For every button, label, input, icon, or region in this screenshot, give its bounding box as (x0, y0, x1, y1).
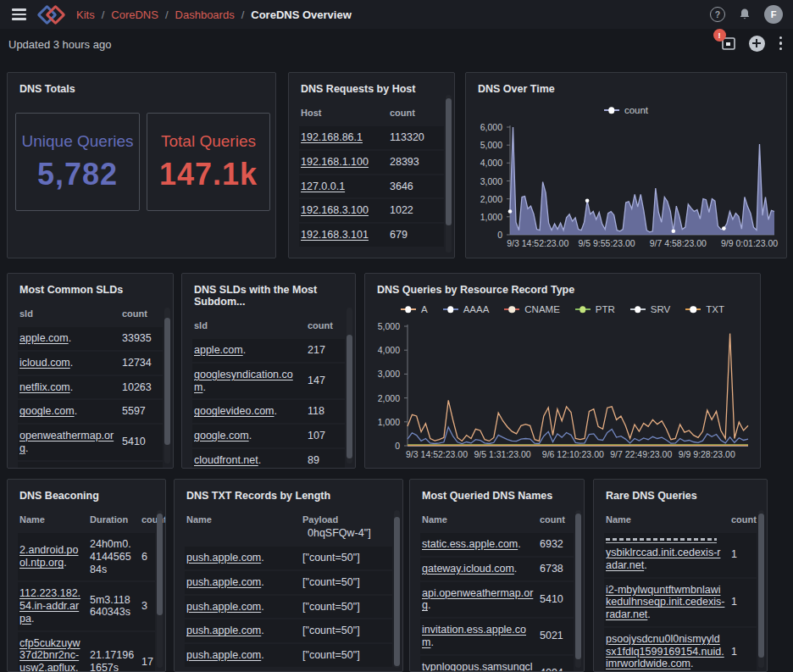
cell-link[interactable]: apple.com. (194, 344, 302, 357)
legend-item[interactable]: AAAA (443, 304, 490, 314)
scrollbar-thumb[interactable] (394, 517, 400, 666)
more-options-icon[interactable] (777, 36, 785, 51)
legend-item[interactable]: TXT (685, 304, 724, 314)
column-header: Duration (90, 514, 136, 525)
cell-link[interactable]: icloud.com. (19, 357, 116, 369)
dashboard-toolbar: ! (720, 35, 785, 52)
breadcrumb-coredns[interactable]: CoreDNS (111, 8, 158, 21)
cell-link[interactable]: 192.168.86.1 (301, 131, 384, 144)
cell-link[interactable]: google.com. (19, 405, 116, 418)
notifications-bell-icon[interactable] (738, 8, 751, 21)
table-row: tvpnlogopus.samsungcloud.tv.4094 (420, 656, 574, 672)
navbar-actions: ? F (710, 5, 783, 24)
cell-link[interactable]: googlesyndication.com. (194, 369, 302, 394)
y-axis-tick: 0 (374, 441, 400, 451)
scrollbar-thumb[interactable] (347, 335, 352, 458)
table-row: 2.android.pool.ntp.org.24h0m0.414456584s… (18, 533, 155, 580)
cell-link[interactable]: cloudfront.net. (194, 454, 302, 467)
legend-marker-icon (685, 306, 701, 314)
table-row: push.apple.com.["count=50"] (185, 619, 392, 642)
column-header: sld (19, 308, 116, 319)
y-axis-tick: 1,000 (474, 212, 502, 222)
metric-unique-queries: Unique Queries 5,782 (15, 113, 140, 211)
user-avatar[interactable]: F (764, 5, 783, 24)
table-row: i2-mbylwquntftwmbnlawikedulhnseqp.init.c… (604, 579, 757, 626)
cell-link[interactable]: api.openweathermap.org. (422, 587, 534, 613)
cell-link[interactable]: push.apple.com. (186, 576, 297, 589)
cell-link[interactable]: googlevideo.com. (194, 405, 302, 418)
requests-by-host-table: Hostcount192.168.86.1113320192.168.1.100… (289, 100, 454, 247)
cell-link[interactable]: push.apple.com. (186, 649, 297, 662)
breadcrumb-dashboards[interactable]: Dashboards (175, 8, 235, 21)
legend-item[interactable]: SRV (630, 304, 670, 314)
scrollbar-thumb[interactable] (758, 514, 764, 658)
cell-link[interactable]: 112.223.182.54.in-addr.arpa. (19, 587, 84, 625)
cell-link[interactable]: tvpnlogopus.samsungcloud.tv. (422, 661, 534, 672)
table-row: push.apple.com.["count=50"] (185, 547, 392, 569)
cell-link[interactable]: gateway.icloud.com. (422, 563, 534, 575)
y-axis-tick: 4,000 (374, 345, 400, 355)
cell-link[interactable]: 192.168.3.100 (301, 204, 384, 217)
cell-value: 33935 (122, 332, 161, 345)
legend-item[interactable]: count (604, 105, 648, 115)
cell-value: 118 (308, 405, 343, 418)
cell-value: 3 (141, 600, 153, 613)
cell-value: 113320 (390, 131, 442, 144)
app-logo-icon[interactable] (40, 8, 63, 22)
table-row: 192.168.1.10028393 (299, 151, 444, 174)
cell-link[interactable]: static.ess.apple.com. (422, 538, 534, 551)
y-axis-tick: 6,000 (474, 122, 502, 132)
y-axis-tick: 5,000 (374, 321, 400, 331)
panel-title: Most Common SLDs (8, 274, 173, 301)
cell-value: 4094 (540, 667, 572, 672)
legend-label: A (421, 304, 428, 314)
panel-title: DNS SLDs with the Most Subdom... (182, 274, 355, 313)
dns-over-time-chart[interactable]: 01,0002,0003,0004,0005,0006,0009/3 14:52… (474, 124, 779, 249)
x-axis-tick: 9/7 4:58:23.00 (650, 238, 707, 248)
add-panel-icon[interactable] (749, 36, 765, 52)
scrollbar-thumb[interactable] (575, 514, 581, 659)
cell-link[interactable]: ysbiklrccad.init.cedexis-radar.net. (606, 538, 725, 572)
legend-marker-icon (401, 306, 416, 314)
cell-link[interactable]: cfp5cukzuyw37d2bnr2nc-usw2.apflux.net. (19, 637, 84, 672)
cell-link[interactable]: push.apple.com. (186, 552, 297, 564)
legend-label: SRV (651, 304, 670, 314)
cell-link[interactable]: 192.168.3.101 (301, 229, 384, 242)
column-header: Host (301, 108, 384, 118)
dashboard-app: Kits / CoreDNS / Dashboards / CoreDNS Ov… (0, 0, 793, 672)
scrollbar-thumb[interactable] (164, 318, 170, 445)
panel-title: DNS Totals (8, 73, 275, 100)
menu-icon[interactable] (10, 7, 28, 21)
panel-most-common-slds: Most Common SLDs sldcountapple.com.33935… (7, 273, 174, 469)
cell-link[interactable]: 2.android.pool.ntp.org. (19, 544, 84, 569)
cell-link[interactable]: 127.0.0.1 (301, 180, 384, 193)
scrollbar-thumb[interactable] (446, 98, 452, 225)
cell-link[interactable]: 192.168.1.100 (301, 156, 384, 169)
cell-link[interactable]: invitation.ess.apple.com. (422, 624, 534, 649)
cell-link[interactable]: google.com. (194, 430, 302, 442)
schedule-calendar-icon[interactable]: ! (720, 35, 737, 52)
panel-title: DNS Queries by Resource Record Type (365, 274, 760, 301)
cell-link[interactable]: push.apple.com. (186, 625, 297, 637)
record-type-chart[interactable]: 01,0002,0003,0004,0005,0009/3 14:52:23.0… (374, 323, 753, 460)
metric-value: 147.1k (159, 157, 258, 192)
table-row: 192.168.3.1001022 (299, 199, 444, 222)
metric-label: Total Queries (161, 132, 256, 151)
cell-link[interactable]: netflix.com. (19, 381, 116, 394)
cell-link[interactable]: psoojysdcnu0l0nismyyldsx1fdlq1599169154.… (606, 633, 725, 670)
table-header: NameDurationcount (18, 507, 155, 533)
cell-link[interactable]: apple.com. (19, 332, 116, 345)
cell-link[interactable]: keybaseapi.com. (19, 467, 116, 469)
table-row: google.com.107 (192, 425, 345, 447)
legend-item[interactable]: PTR (575, 304, 615, 314)
cell-value: ["count=50"] (302, 649, 391, 662)
cell-link[interactable]: openweathermap.org. (19, 430, 116, 455)
breadcrumb-kits[interactable]: Kits (76, 8, 95, 21)
y-axis-tick: 5,000 (474, 140, 502, 150)
legend-item[interactable]: CNAME (504, 304, 560, 314)
scrollbar-thumb[interactable] (157, 514, 163, 615)
help-icon[interactable]: ? (710, 7, 725, 22)
cell-link[interactable]: push.apple.com. (186, 601, 297, 614)
legend-item[interactable]: A (401, 304, 428, 314)
cell-link[interactable]: i2-mbylwquntftwmbnlawikedulhnseqp.init.c… (606, 584, 725, 621)
